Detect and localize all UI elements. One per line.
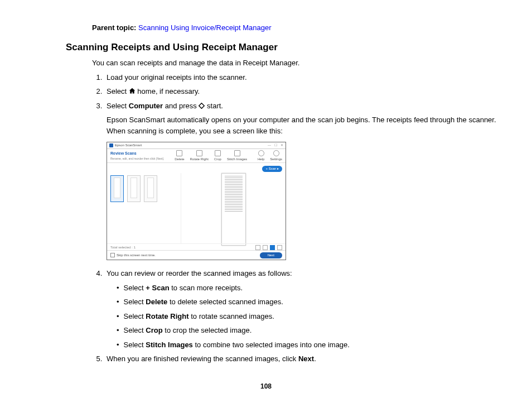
start-diamond-icon (199, 103, 205, 109)
stitch-icon (234, 150, 240, 156)
maximize-icon: ☐ (274, 143, 277, 148)
fig-bottom-bar: Skip this screen next time. Next (107, 250, 286, 260)
fig-receipt-preview (221, 173, 246, 246)
fig-settings: Settings (270, 150, 282, 162)
fig-thumb-2 (127, 175, 141, 202)
minimize-icon: — (268, 143, 271, 148)
step-5: When you are finished reviewing the scan… (104, 353, 499, 365)
step-2: Select home, if necessary. (104, 86, 499, 97)
zoom-in-icon (263, 245, 268, 250)
fig-scan-button: + Scan ▸ (262, 166, 282, 172)
bullet-scan: Select + Scan to scan more receipts. (117, 282, 499, 294)
gear-icon (273, 150, 279, 156)
fig-tool-rotate: Rotate Right (190, 150, 209, 162)
list-icon (277, 245, 282, 250)
steps-list: Load your original receipts into the sca… (92, 72, 499, 365)
bullet-crop: Select Crop to crop the selected image. (117, 325, 499, 336)
step-3: Select Computer and press start. Epson S… (104, 100, 499, 261)
fig-zoom-controls (255, 245, 282, 250)
close-icon: ✕ (280, 143, 283, 148)
fig-skip-option: Skip this screen next time. (110, 253, 156, 258)
fig-app-icon (109, 143, 113, 147)
fig-thumbnails (107, 173, 181, 244)
fig-thumb-3 (144, 175, 157, 202)
help-icon (258, 150, 264, 156)
fig-tool-stitch: Stitch Images (227, 150, 247, 162)
parent-topic-label: Parent topic: (92, 23, 136, 32)
intro-text: You can scan receipts and manage the dat… (92, 58, 499, 69)
parent-topic: Parent topic: Scanning Using Invoice/Rec… (92, 22, 499, 33)
fig-body (107, 173, 286, 244)
rotate-icon (196, 150, 202, 156)
fig-titlebar: Epson ScanSmart —☐✕ (107, 142, 286, 149)
fig-window-buttons: —☐✕ (268, 143, 283, 148)
fig-review-title: Review Scans (110, 151, 164, 157)
fig-app-title: Epson ScanSmart (115, 143, 142, 148)
home-icon (129, 88, 136, 94)
scansmart-screenshot: Epson ScanSmart —☐✕ Review Scans Rename,… (107, 142, 286, 260)
fig-tool-delete: Delete (175, 150, 184, 162)
fig-preview (181, 173, 286, 244)
crop-icon (215, 150, 221, 156)
bullet-delete: Select Delete to delete selected scanned… (117, 296, 499, 308)
bullet-rotate: Select Rotate Right to rotate scanned im… (117, 311, 499, 322)
fig-toolbar-right: Help Settings (258, 150, 282, 162)
zoom-out-icon (255, 245, 260, 250)
step-4: You can review or reorder the scanned im… (104, 268, 499, 350)
fig-toolbar: Delete Rotate Right Crop Stitch Images (175, 150, 247, 162)
fig-next-button: Next (260, 252, 282, 258)
fig-topbar: Review Scans Rename, edit, and reorder t… (107, 149, 286, 163)
bullet-stitch: Select Stitch Images to combine two sele… (117, 339, 499, 351)
computer-bold: Computer (129, 102, 163, 110)
fig-thumb-1 (110, 175, 124, 202)
checkbox-icon (110, 253, 115, 257)
page-heading: Scanning Receipts and Using Receipt Mana… (66, 40, 499, 55)
fig-review-sub: Rename, edit, and reorder then click [Ne… (110, 157, 164, 161)
step-3-para: Epson ScanSmart automatically opens on y… (107, 114, 499, 136)
grid-icon (270, 245, 275, 250)
step-1: Load your original receipts into the sca… (104, 72, 499, 83)
trash-icon (176, 150, 182, 156)
step-4-bullets: Select + Scan to scan more receipts. Sel… (107, 282, 499, 351)
parent-topic-link[interactable]: Scanning Using Invoice/Receipt Manager (138, 23, 271, 32)
fig-total-selected: Total selected : 1 (110, 245, 136, 250)
fig-tool-crop: Crop (214, 150, 221, 162)
page-number: 108 (33, 381, 499, 391)
fig-help: Help (258, 150, 264, 162)
